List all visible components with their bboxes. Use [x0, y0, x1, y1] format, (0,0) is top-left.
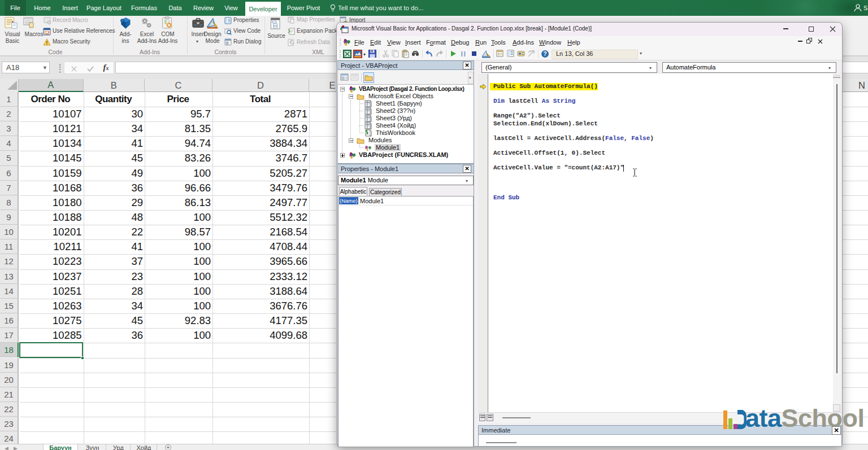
svg-text:?: ?: [543, 51, 546, 57]
